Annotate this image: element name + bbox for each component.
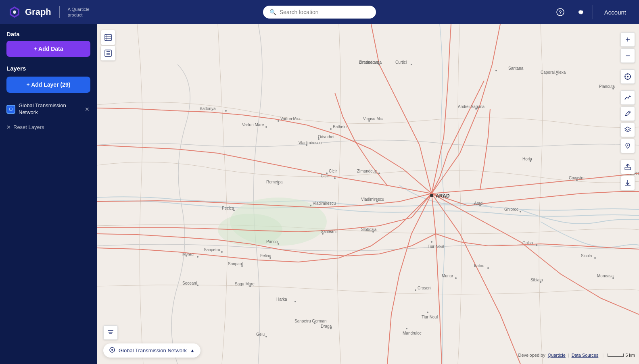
add-layer-button[interactable]: + Add Layer (29) — [6, 77, 90, 93]
layers-section-title: Layers — [6, 65, 90, 72]
svg-text:Iratou: Iratou — [474, 264, 484, 268]
svg-point-8 — [430, 194, 433, 197]
analytics-button[interactable] — [620, 90, 635, 105]
locate-button[interactable] — [620, 69, 635, 84]
reset-layers-button[interactable]: ✕ Reset Layers — [6, 123, 44, 132]
bottom-bar-arrow: ▲ — [190, 348, 195, 354]
svg-point-86 — [427, 312, 428, 313]
map-background: ARAD Oradea area Battonya Varfuri Mici V… — [97, 24, 639, 364]
search-input[interactable] — [280, 9, 370, 15]
svg-text:Sanpaul: Sanpaul — [228, 262, 243, 266]
zoom-in-button[interactable]: + — [620, 32, 635, 47]
svg-line-122 — [629, 112, 630, 113]
scale-line — [608, 354, 624, 357]
export-button[interactable] — [620, 160, 635, 174]
svg-point-44 — [411, 64, 412, 65]
reset-layers-label: Reset Layers — [13, 124, 44, 130]
svg-point-84 — [294, 301, 296, 302]
map-ctrl-list-button[interactable] — [101, 46, 115, 60]
svg-marker-123 — [625, 127, 631, 130]
svg-text:Harka: Harka — [276, 297, 287, 302]
layer-icon-inner — [9, 108, 13, 111]
svg-text:Remetea: Remetea — [266, 180, 283, 184]
attribution-text: Developed by — [518, 353, 545, 358]
svg-point-100 — [487, 267, 489, 269]
svg-text:Caporal Alexa: Caporal Alexa — [541, 70, 566, 75]
layer-name: Global Transmission Network — [19, 102, 84, 116]
svg-point-117 — [627, 76, 629, 77]
svg-point-14 — [278, 120, 279, 122]
svg-point-98 — [265, 336, 267, 337]
svg-point-12 — [225, 110, 227, 112]
svg-text:Ghioroc: Ghioroc — [504, 207, 518, 212]
filter-button[interactable] — [103, 325, 118, 340]
bottom-bar-layer-name: Global Transmission Network — [119, 347, 187, 354]
logo-subtitle: A Quarticle product — [68, 6, 90, 18]
data-section-title: Data — [6, 31, 90, 37]
svg-point-72 — [197, 256, 198, 258]
svg-text:Cicir: Cicir — [329, 169, 337, 173]
svg-point-124 — [627, 145, 629, 146]
graph-logo-icon — [8, 6, 21, 19]
data-sources-link[interactable]: Data Sources — [572, 353, 599, 358]
app-header: Graph A Quarticle product 🔍 ? Account — [0, 0, 639, 24]
filter-icon — [107, 329, 114, 336]
map-bottom-bar[interactable]: Global Transmission Network ▲ — [103, 343, 200, 358]
svg-text:Bathelni: Bathelni — [333, 125, 347, 129]
layer-item: Global Transmission Network ✕ — [6, 99, 90, 119]
draw-button[interactable] — [620, 139, 635, 153]
download-button[interactable] — [620, 176, 635, 190]
map-attribution: Developed by Quarticle | Data Sources | … — [518, 353, 635, 358]
svg-text:Vladimirescu: Vladimirescu — [361, 197, 384, 202]
list-icon — [104, 50, 112, 57]
account-button[interactable]: Account — [599, 6, 631, 18]
map-right-controls: + − — [620, 32, 635, 190]
svg-point-24 — [378, 173, 380, 174]
svg-text:Croseni: Croseni — [418, 286, 431, 290]
svg-point-26 — [310, 205, 311, 206]
layers-icon — [624, 126, 631, 133]
search-bar[interactable]: 🔍 — [263, 6, 376, 19]
svg-point-80 — [406, 328, 407, 329]
svg-point-68 — [221, 251, 223, 253]
zoom-out-button[interactable]: − — [620, 48, 635, 63]
attribution-separator: | — [568, 353, 569, 358]
layer-item-left: Global Transmission Network — [6, 102, 84, 116]
search-icon: 🔍 — [269, 9, 276, 15]
svg-point-102 — [455, 277, 457, 279]
svg-point-36 — [431, 241, 432, 243]
layer-close-button[interactable]: ✕ — [84, 105, 90, 113]
logo-divider — [59, 6, 60, 18]
svg-text:Varfuri Mici: Varfuri Mici — [280, 116, 300, 121]
main-area: Data + Add Data Layers + Add Layer (29) … — [0, 24, 639, 364]
svg-text:Covasint: Covasint — [569, 176, 585, 180]
svg-rect-108 — [105, 34, 111, 41]
svg-rect-5 — [97, 24, 639, 364]
svg-point-46 — [495, 70, 497, 71]
settings-button[interactable] — [573, 6, 586, 19]
table-icon — [104, 34, 112, 41]
scale-label: 5 km — [625, 353, 635, 358]
attribution-brand[interactable]: Quarticle — [548, 353, 566, 358]
svg-point-18 — [330, 128, 332, 130]
export-icon — [624, 163, 631, 171]
svg-point-42 — [278, 243, 279, 245]
help-button[interactable]: ? — [554, 6, 567, 19]
add-data-button[interactable]: + Add Data — [6, 41, 90, 57]
svg-text:Cicir: Cicir — [321, 174, 329, 178]
svg-text:Seceani: Seceani — [182, 281, 197, 285]
chart-icon — [624, 94, 631, 101]
svg-text:Curtici: Curtici — [395, 60, 407, 64]
layers-button[interactable] — [620, 123, 635, 137]
map-container[interactable]: ARAD Oradea area Battonya Varfuri Mici V… — [97, 24, 639, 364]
pencil-icon — [624, 110, 631, 117]
svg-text:Moneasa: Moneasa — [597, 274, 614, 278]
svg-point-16 — [265, 126, 267, 128]
layer-icon — [6, 105, 15, 114]
svg-text:Slobozia: Slobozia — [361, 227, 377, 232]
svg-point-38 — [415, 289, 416, 291]
sidebar: Data + Add Data Layers + Add Layer (29) … — [0, 24, 97, 364]
header-right: ? Account — [554, 5, 631, 19]
edit-button[interactable] — [620, 106, 635, 121]
map-ctrl-table-button[interactable] — [101, 30, 115, 45]
